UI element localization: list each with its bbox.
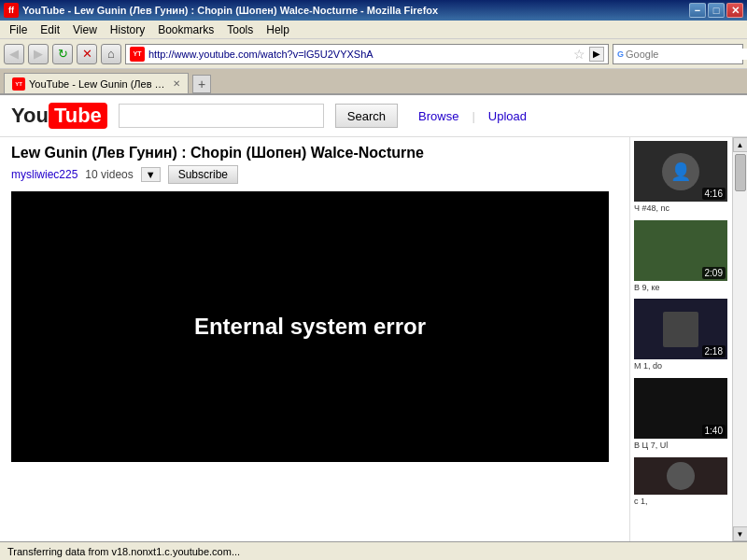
menu-help[interactable]: Help (261, 21, 295, 38)
tab-label: YouTube - Lew Gunin (Лев Гунин) : C... (29, 78, 169, 90)
forward-button[interactable]: ▶ (28, 44, 49, 64)
menu-file[interactable]: File (4, 21, 33, 38)
sidebar-info-2: В 9, кe (634, 283, 728, 294)
status-text: Transferring data from v18.nonxt1.c.yout… (7, 546, 740, 557)
scrollbar: ▲ ▼ (732, 137, 747, 541)
error-message: Enternal system error (194, 314, 426, 340)
channel-link[interactable]: mysliwiec225 (11, 168, 78, 181)
thumb-image-5 (634, 457, 727, 495)
menu-view[interactable]: View (67, 21, 103, 38)
menu-history[interactable]: History (105, 21, 150, 38)
scroll-down-button[interactable]: ▼ (733, 526, 748, 541)
bookmark-star-icon[interactable]: ☆ (573, 47, 585, 62)
video-title: Lew Gunin (Лев Гунин) : Chopin (Шопен) W… (11, 145, 618, 161)
thumb-duration-3: 2:18 (702, 345, 726, 357)
close-button[interactable]: ✕ (726, 3, 743, 18)
video-count: 10 videos (85, 168, 133, 181)
youtube-header: YouTube Search Browse | Upload (0, 95, 747, 137)
sidebar-info-3: М 1, do (634, 361, 728, 372)
nav-bar: ◀ ▶ ↻ ✕ ⌂ YT ☆ ▶ G 🔍 (0, 39, 747, 69)
scroll-thumb[interactable] (735, 154, 746, 191)
thumb-duration-4: 1:40 (702, 425, 726, 437)
thumb-duration-1: 4:16 (702, 188, 726, 200)
logo-you: You (11, 104, 49, 128)
status-bar: Transferring data from v18.nonxt1.c.yout… (0, 541, 747, 560)
tab-close-button[interactable]: ✕ (173, 78, 180, 89)
stop-button[interactable]: ✕ (77, 44, 97, 64)
sidebar-thumb-4[interactable]: 1:40 (634, 378, 727, 439)
refresh-button[interactable]: ↻ (52, 44, 73, 64)
sidebar-info-5: с 1, (634, 497, 728, 508)
back-button[interactable]: ◀ (4, 44, 24, 64)
minimize-button[interactable]: − (689, 3, 706, 18)
google-search-bar: G 🔍 (613, 44, 743, 64)
scroll-up-button[interactable]: ▲ (733, 137, 748, 152)
address-bar: YT ☆ ▶ (125, 44, 609, 64)
tab-favicon: YT (12, 77, 25, 91)
nav-divider-1: | (472, 109, 474, 123)
go-button[interactable]: ▶ (589, 47, 604, 62)
google-logo: G (617, 49, 624, 59)
dropdown-button[interactable]: ▼ (141, 167, 161, 182)
video-section: Lew Gunin (Лев Гунин) : Chopin (Шопен) W… (0, 137, 747, 541)
sidebar-thumb-2[interactable]: 2:09 (634, 220, 727, 281)
browse-link[interactable]: Browse (418, 109, 458, 123)
subscribe-button[interactable]: Subscribe (168, 165, 238, 184)
title-bar-buttons: − □ ✕ (689, 3, 743, 18)
browser-icon: ff (4, 3, 19, 18)
sidebar-info-4: В Ц 7, Ul (634, 441, 728, 452)
home-button[interactable]: ⌂ (101, 44, 121, 64)
page-content: YouTube Search Browse | Upload Lew Gunin… (0, 95, 747, 541)
google-search-input[interactable] (626, 49, 747, 60)
upload-link[interactable]: Upload (488, 109, 527, 123)
sidebar-thumb-5[interactable] (634, 457, 727, 495)
title-bar: ff YouTube - Lew Gunin (Лев Гунин) : Cho… (0, 0, 747, 21)
video-main: Lew Gunin (Лев Гунин) : Chopin (Шопен) W… (0, 137, 629, 541)
address-bar-favicon: YT (130, 47, 145, 62)
thumb-duration-2: 2:09 (702, 267, 726, 279)
menu-tools[interactable]: Tools (221, 21, 259, 38)
menu-edit[interactable]: Edit (35, 21, 65, 38)
video-player: Enternal system error (11, 191, 609, 462)
logo-tube: Tube (49, 103, 107, 129)
sidebar: 👤 4:16 Ч #48, nc 2:09 В 9, кe 2:18 М 1, … (629, 137, 732, 541)
menu-bar: File Edit View History Bookmarks Tools H… (0, 21, 747, 39)
sidebar-thumb-1[interactable]: 👤 4:16 (634, 141, 727, 202)
youtube-logo: YouTube (11, 103, 107, 129)
youtube-search-button[interactable]: Search (335, 104, 398, 128)
sidebar-thumb-3[interactable]: 2:18 (634, 299, 727, 359)
video-meta: mysliwiec225 10 videos ▼ Subscribe (11, 165, 618, 184)
youtube-nav-links: Browse | Upload (418, 109, 527, 123)
active-tab[interactable]: YT YouTube - Lew Gunin (Лев Гунин) : C..… (4, 73, 189, 93)
tab-bar: YT YouTube - Lew Gunin (Лев Гунин) : C..… (0, 69, 747, 95)
window-title: YouTube - Lew Gunin (Лев Гунин) : Chopin… (22, 5, 438, 16)
sidebar-info-1: Ч #48, nc (634, 203, 728, 215)
title-bar-left: ff YouTube - Lew Gunin (Лев Гунин) : Cho… (4, 3, 438, 18)
youtube-search-input[interactable] (119, 104, 324, 128)
address-input[interactable] (148, 49, 570, 60)
new-tab-button[interactable]: + (192, 75, 211, 93)
maximize-button[interactable]: □ (708, 3, 725, 18)
menu-bookmarks[interactable]: Bookmarks (152, 21, 219, 38)
